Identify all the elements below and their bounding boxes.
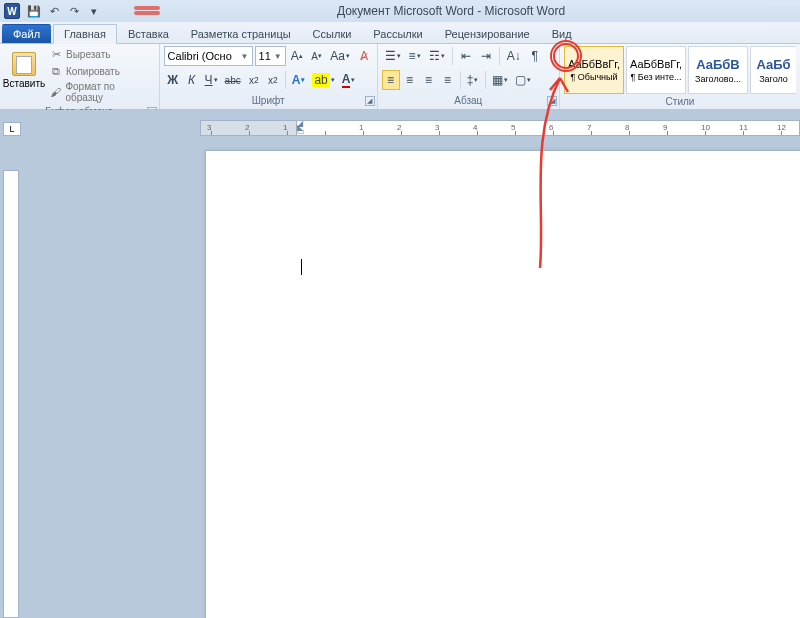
grow-font-button[interactable]: A▴: [288, 46, 306, 66]
clear-formatting-button[interactable]: A̷: [355, 46, 373, 66]
app-icon: W: [4, 3, 20, 19]
quick-access-toolbar: 💾 ↶ ↷ ▾: [26, 3, 102, 19]
format-painter-icon: 🖌: [49, 85, 62, 99]
group-paragraph: ☰▾ ≡▾ ☶▾ ⇤ ⇥ A↓ ¶ ≡ ≡ ≡ ≡ ‡▾ ▦▾ ▢▾: [378, 44, 560, 109]
cut-button[interactable]: ✂Вырезать: [46, 46, 155, 62]
font-name-combo[interactable]: Calibri (Осно▼: [164, 46, 253, 66]
font-size-combo[interactable]: 11▼: [255, 46, 286, 66]
style-heading1[interactable]: АаБбВЗаголово...: [688, 46, 748, 94]
title-bar: W 💾 ↶ ↷ ▾ Документ Microsoft Word - Micr…: [0, 0, 800, 22]
save-icon[interactable]: 💾: [26, 3, 42, 19]
decrease-indent-button[interactable]: ⇤: [457, 46, 475, 66]
group-label-paragraph: Абзац◢: [378, 95, 559, 109]
font-dialog-launcher[interactable]: ◢: [365, 96, 375, 106]
paste-icon: [12, 52, 36, 76]
justify-button[interactable]: ≡: [439, 70, 457, 90]
annotation-scribble: [134, 6, 160, 18]
tab-page-layout[interactable]: Разметка страницы: [180, 24, 302, 43]
ribbon: Вставить ✂Вырезать ⧉Копировать 🖌Формат п…: [0, 44, 800, 110]
cut-icon: ✂: [49, 47, 63, 61]
align-right-button[interactable]: ≡: [420, 70, 438, 90]
horizontal-ruler[interactable]: 321123456789101112131415◢◣▭: [200, 120, 800, 136]
numbering-button[interactable]: ≡▾: [406, 46, 424, 66]
font-color-button[interactable]: A▾: [339, 70, 359, 90]
subscript-button[interactable]: x2: [245, 70, 263, 90]
vertical-ruler[interactable]: [3, 170, 19, 618]
document-page[interactable]: [205, 150, 800, 618]
underline-button[interactable]: Ч▾: [202, 70, 221, 90]
tab-review[interactable]: Рецензирование: [434, 24, 541, 43]
group-label-font: Шрифт◢: [160, 95, 377, 109]
tab-references[interactable]: Ссылки: [302, 24, 363, 43]
superscript-button[interactable]: x2: [264, 70, 282, 90]
group-clipboard: Вставить ✂Вырезать ⧉Копировать 🖌Формат п…: [0, 44, 160, 109]
style-heading2[interactable]: АаБбЗаголо: [750, 46, 796, 94]
group-styles: АаБбВвГг,¶ Обычный АаБбВвГг,¶ Без инте..…: [560, 44, 800, 109]
strikethrough-button[interactable]: abc: [222, 70, 244, 90]
undo-icon[interactable]: ↶: [46, 3, 62, 19]
highlight-button[interactable]: ab▾: [309, 70, 337, 90]
copy-button[interactable]: ⧉Копировать: [46, 63, 155, 79]
multilevel-list-button[interactable]: ☶▾: [426, 46, 448, 66]
workspace: L 321123456789101112131415◢◣▭: [0, 110, 800, 618]
copy-label: Копировать: [66, 66, 120, 77]
format-painter-label: Формат по образцу: [65, 81, 151, 103]
align-center-button[interactable]: ≡: [401, 70, 419, 90]
tab-mailings[interactable]: Рассылки: [362, 24, 433, 43]
text-effects-button[interactable]: A▾: [289, 70, 309, 90]
qat-customize-icon[interactable]: ▾: [86, 3, 102, 19]
borders-button[interactable]: ▢▾: [512, 70, 534, 90]
tab-file[interactable]: Файл: [2, 24, 51, 43]
line-spacing-button[interactable]: ‡▾: [464, 70, 482, 90]
shrink-font-button[interactable]: A▾: [308, 46, 326, 66]
cut-label: Вырезать: [66, 49, 110, 60]
redo-icon[interactable]: ↷: [66, 3, 82, 19]
align-left-button[interactable]: ≡: [382, 70, 400, 90]
bold-button[interactable]: Ж: [164, 70, 182, 90]
tab-stop-selector[interactable]: L: [3, 122, 21, 136]
bullets-button[interactable]: ☰▾: [382, 46, 404, 66]
style-no-spacing[interactable]: АаБбВвГг,¶ Без инте...: [626, 46, 686, 94]
ribbon-tabs: Файл Главная Вставка Разметка страницы С…: [0, 22, 800, 44]
group-label-styles: Стили: [560, 96, 800, 109]
text-cursor: [301, 259, 302, 275]
format-painter-button[interactable]: 🖌Формат по образцу: [46, 80, 155, 104]
change-case-button[interactable]: Aa▾: [328, 46, 353, 66]
increase-indent-button[interactable]: ⇥: [477, 46, 495, 66]
tab-insert[interactable]: Вставка: [117, 24, 180, 43]
paste-button[interactable]: Вставить: [4, 46, 44, 94]
paragraph-dialog-launcher[interactable]: ◢: [547, 96, 557, 106]
paste-label: Вставить: [3, 78, 45, 89]
show-hide-pilcrow-button[interactable]: ¶: [526, 46, 544, 66]
italic-button[interactable]: К: [183, 70, 201, 90]
window-title: Документ Microsoft Word - Microsoft Word: [102, 4, 800, 18]
copy-icon: ⧉: [49, 64, 63, 78]
sort-button[interactable]: A↓: [504, 46, 524, 66]
style-normal[interactable]: АаБбВвГг,¶ Обычный: [564, 46, 624, 94]
shading-button[interactable]: ▦▾: [489, 70, 511, 90]
tab-view[interactable]: Вид: [541, 24, 583, 43]
tab-home[interactable]: Главная: [53, 24, 117, 44]
group-font: Calibri (Осно▼ 11▼ A▴ A▾ Aa▾ A̷ Ж К Ч▾ a…: [160, 44, 378, 109]
